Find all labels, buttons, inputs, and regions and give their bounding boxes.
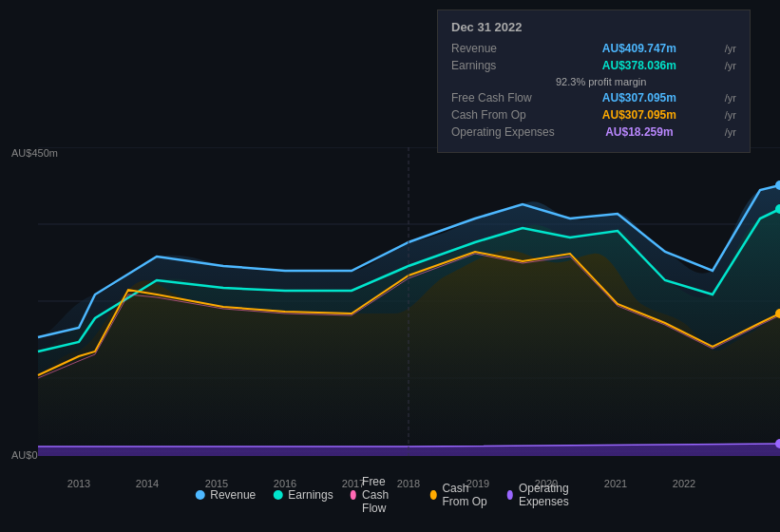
legend-fcf-label: Free Cash Flow (362, 475, 413, 515)
tooltip-cfo-row: Cash From Op AU$307.095m /yr (451, 108, 736, 122)
x-tick-2022: 2022 (673, 478, 695, 489)
tooltip-opex-label: Operating Expenses (451, 125, 556, 139)
tooltip-opex-row: Operating Expenses AU$18.259m /yr (451, 125, 736, 139)
tooltip-earnings-value: AU$378.036m (602, 59, 676, 72)
legend-revenue-dot (195, 490, 204, 500)
tooltip-opex-value: AU$18.259m (605, 125, 673, 139)
legend-cfo[interactable]: Cash From Op (430, 482, 489, 508)
tooltip-revenue-label: Revenue (451, 42, 556, 55)
chart-container: Dec 31 2022 Revenue AU$409.747m /yr Earn… (0, 0, 780, 532)
legend-revenue-label: Revenue (210, 488, 256, 502)
tooltip-earnings-unit: /yr (725, 60, 736, 71)
x-tick-2021: 2021 (604, 478, 627, 489)
tooltip-earnings-margin: 92.3% profit margin (556, 76, 736, 87)
tooltip-revenue-value: AU$409.747m (602, 42, 676, 55)
tooltip-date: Dec 31 2022 (451, 20, 736, 34)
legend-opex-dot (507, 490, 513, 500)
x-tick-2014: 2014 (136, 478, 159, 489)
tooltip: Dec 31 2022 Revenue AU$409.747m /yr Earn… (437, 10, 751, 153)
chart-svg (0, 147, 780, 456)
tooltip-fcf-unit: /yr (725, 92, 736, 104)
legend-earnings-dot (273, 490, 282, 500)
legend-earnings[interactable]: Earnings (273, 488, 333, 502)
legend-revenue[interactable]: Revenue (195, 488, 256, 502)
legend-cfo-label: Cash From Op (442, 482, 489, 508)
legend-opex-label: Operating Expenses (519, 482, 585, 508)
x-tick-2013: 2013 (67, 478, 90, 489)
legend-cfo-dot (430, 490, 436, 500)
tooltip-revenue-unit: /yr (725, 43, 736, 54)
chart-legend: Revenue Earnings Free Cash Flow Cash Fro… (195, 475, 585, 515)
legend-opex[interactable]: Operating Expenses (507, 482, 585, 508)
legend-fcf-dot (351, 490, 356, 500)
tooltip-cfo-label: Cash From Op (451, 108, 556, 122)
tooltip-revenue-row: Revenue AU$409.747m /yr (451, 42, 736, 55)
tooltip-fcf-label: Free Cash Flow (451, 91, 556, 104)
tooltip-fcf-value: AU$307.095m (602, 91, 676, 104)
legend-fcf[interactable]: Free Cash Flow (351, 475, 413, 515)
tooltip-opex-unit: /yr (725, 126, 736, 138)
tooltip-earnings-label: Earnings (451, 59, 556, 72)
tooltip-fcf-row: Free Cash Flow AU$307.095m /yr (451, 91, 736, 104)
legend-earnings-label: Earnings (288, 488, 333, 502)
tooltip-earnings-row: Earnings AU$378.036m /yr (451, 59, 736, 72)
tooltip-cfo-unit: /yr (725, 109, 736, 121)
tooltip-cfo-value: AU$307.095m (602, 108, 676, 122)
